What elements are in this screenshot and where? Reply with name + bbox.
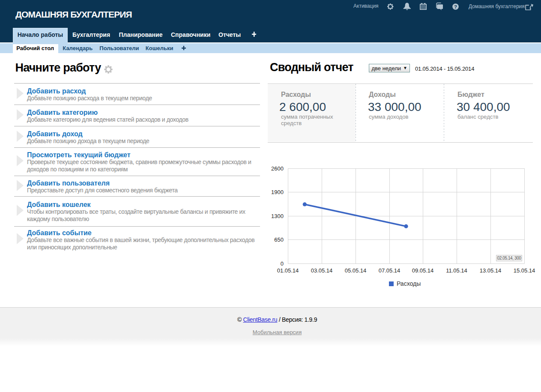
svg-text:?: ? xyxy=(454,4,457,9)
svg-text:Расходы: Расходы xyxy=(397,280,421,287)
svg-text:2600: 2600 xyxy=(271,165,284,172)
svg-text:15.05.14: 15.05.14 xyxy=(514,267,535,274)
svg-text:1300: 1300 xyxy=(271,213,284,219)
svg-text:01.05.14: 01.05.14 xyxy=(277,267,299,274)
svg-text:13.05.14: 13.05.14 xyxy=(480,267,502,274)
svg-text:650: 650 xyxy=(274,236,284,243)
svg-text:09.05.14: 09.05.14 xyxy=(412,267,434,274)
svg-text:0: 0 xyxy=(281,260,284,267)
svg-text:11.05.14: 11.05.14 xyxy=(446,267,467,274)
svg-text:1900: 1900 xyxy=(271,189,284,195)
svg-text:07.05.14: 07.05.14 xyxy=(379,267,401,274)
svg-text:05.05.14: 05.05.14 xyxy=(345,267,367,274)
svg-text:02.05.14, 300: 02.05.14, 300 xyxy=(497,256,522,260)
svg-text:03.05.14: 03.05.14 xyxy=(311,267,333,274)
